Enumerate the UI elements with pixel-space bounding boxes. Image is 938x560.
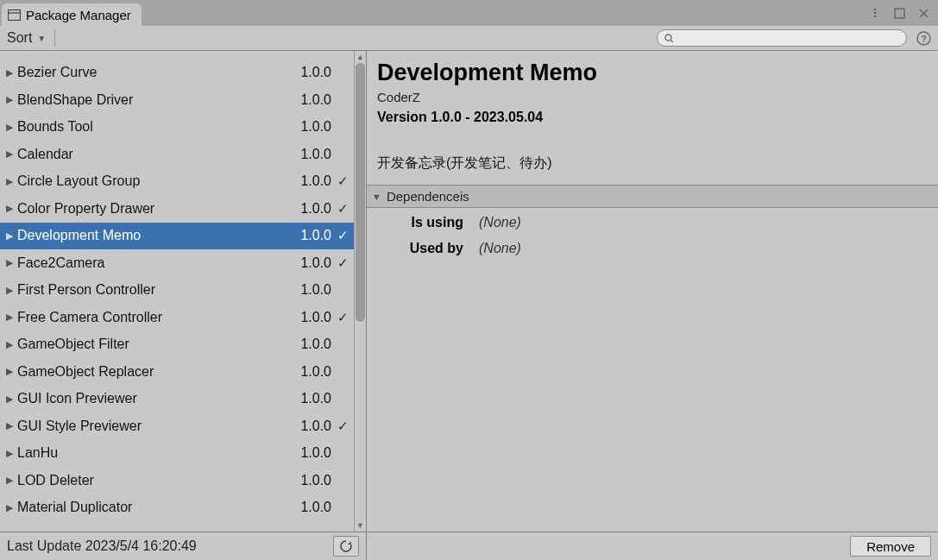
- package-version-col: 1.0.0: [292, 391, 331, 406]
- installed-check-icon: ✓: [331, 201, 354, 217]
- package-row[interactable]: ▶Calendar1.0.0: [0, 141, 354, 168]
- expand-icon[interactable]: ▶: [3, 366, 16, 377]
- package-version-col: 1.0.0: [292, 147, 331, 162]
- installed-check-icon: ✓: [331, 418, 354, 434]
- package-version-col: 1.0.0: [292, 65, 331, 80]
- package-name: Material Duplicator: [16, 500, 292, 515]
- expand-icon[interactable]: ▶: [3, 230, 16, 242]
- svg-point-2: [874, 9, 877, 11]
- package-version-col: 1.0.0: [292, 310, 331, 325]
- window-tab[interactable]: Package Manager: [2, 3, 142, 26]
- maximize-icon[interactable]: [891, 5, 907, 21]
- package-version-col: 1.0.0: [292, 228, 331, 243]
- expand-icon[interactable]: ▶: [3, 475, 16, 486]
- search-field[interactable]: [657, 29, 907, 47]
- package-name: GameObject Replacer: [16, 364, 292, 380]
- package-name: Batch Build: [16, 51, 292, 53]
- menu-icon[interactable]: [867, 5, 883, 21]
- svg-text:?: ?: [921, 33, 927, 43]
- scroll-up-icon[interactable]: ▲: [355, 51, 366, 63]
- scroll-thumb[interactable]: [356, 63, 365, 322]
- package-row[interactable]: ▶LanHu1.0.0: [0, 440, 354, 468]
- help-button[interactable]: ?: [914, 28, 933, 47]
- package-version-col: 1.0.0: [292, 255, 331, 271]
- package-name: Bounds Tool: [16, 119, 292, 135]
- package-version-col: 1.0.0: [292, 282, 331, 298]
- expand-icon[interactable]: ▶: [3, 420, 16, 431]
- detail-panel: Development Memo CoderZ Version 1.0.0 - …: [367, 51, 938, 560]
- svg-point-3: [874, 12, 877, 15]
- detail-footer: Remove: [367, 532, 938, 560]
- expand-icon[interactable]: ▶: [3, 448, 16, 459]
- search-input[interactable]: [677, 32, 899, 45]
- scrollbar-vertical[interactable]: ▲ ▼: [354, 51, 366, 532]
- sort-dropdown[interactable]: Sort ▼: [5, 28, 51, 47]
- package-name: GUI Icon Previewer: [16, 391, 292, 406]
- package-row[interactable]: ▶Face2Camera1.0.0✓: [0, 249, 354, 277]
- expand-icon[interactable]: ▶: [3, 339, 16, 350]
- package-row[interactable]: ▶Bounds Tool1.0.0: [0, 114, 354, 142]
- svg-point-8: [665, 35, 671, 41]
- expand-icon[interactable]: ▶: [3, 393, 16, 405]
- installed-check-icon: ✓: [331, 228, 354, 243]
- installed-check-icon: ✓: [331, 310, 354, 325]
- package-name: BlendShape Driver: [16, 92, 292, 108]
- package-version-col: 1.0.0: [292, 364, 331, 380]
- expand-icon[interactable]: ▶: [3, 203, 16, 214]
- scroll-down-icon[interactable]: ▼: [355, 519, 366, 532]
- package-version-col: 1.0.0: [292, 418, 331, 434]
- package-row[interactable]: ▶Material Duplicator1.0.0: [0, 494, 354, 522]
- package-row[interactable]: ▶Circle Layout Group1.0.0✓: [0, 168, 354, 196]
- close-icon[interactable]: [916, 5, 931, 21]
- chevron-down-icon: ▼: [37, 34, 46, 43]
- expand-icon[interactable]: ▶: [3, 122, 16, 133]
- package-version-col: 1.0.0: [292, 173, 331, 189]
- package-row[interactable]: ▶BlendShape Driver1.0.0: [0, 86, 354, 114]
- refresh-button[interactable]: [333, 536, 359, 557]
- package-row[interactable]: ▶Free Camera Controller1.0.0✓: [0, 304, 354, 331]
- package-version-col: 1.0.0: [292, 119, 331, 135]
- expand-icon[interactable]: ▶: [3, 257, 16, 268]
- svg-rect-0: [8, 9, 20, 20]
- package-row[interactable]: ▶GUI Icon Previewer1.0.0: [0, 386, 354, 413]
- svg-line-9: [670, 40, 673, 42]
- last-update-label: Last Update 2023/5/4 16:20:49: [7, 538, 333, 554]
- expand-icon[interactable]: ▶: [3, 67, 16, 79]
- package-row[interactable]: ▶LOD Deleter1.0.0: [0, 467, 354, 494]
- package-version: Version 1.0.0 - 2023.05.04: [377, 110, 928, 125]
- package-row[interactable]: ▶Batch Build1.0.0: [0, 51, 354, 60]
- package-version-col: 1.0.0: [292, 473, 331, 488]
- package-version-col: 1.0.0: [292, 92, 331, 108]
- svg-point-4: [874, 16, 877, 18]
- expand-icon[interactable]: ▶: [3, 502, 16, 513]
- svg-rect-5: [895, 9, 904, 18]
- expand-icon[interactable]: ▶: [3, 176, 16, 187]
- expand-icon[interactable]: ▶: [3, 148, 16, 160]
- package-name: Calendar: [16, 147, 292, 162]
- divider: [54, 29, 55, 47]
- package-version-col: 1.0.0: [292, 500, 331, 515]
- package-author: CoderZ: [377, 90, 928, 104]
- remove-button[interactable]: Remove: [850, 536, 931, 557]
- package-row[interactable]: ▶Development Memo1.0.0✓: [0, 223, 354, 250]
- package-row[interactable]: ▶GUI Style Previewer1.0.0✓: [0, 412, 354, 440]
- package-row[interactable]: ▶Color Property Drawer1.0.0✓: [0, 195, 354, 223]
- package-title: Development Memo: [377, 60, 928, 86]
- package-name: Free Camera Controller: [16, 310, 292, 325]
- package-row[interactable]: ▶Bezier Curve1.0.0: [0, 60, 354, 87]
- expand-icon[interactable]: ▶: [3, 94, 16, 105]
- package-row[interactable]: ▶First Person Controller1.0.0: [0, 277, 354, 305]
- package-name: LOD Deleter: [16, 473, 292, 488]
- package-name: Development Memo: [16, 228, 292, 243]
- search-icon: [664, 34, 674, 43]
- expand-icon[interactable]: ▶: [3, 311, 16, 323]
- package-row[interactable]: ▶GameObject Filter1.0.0: [0, 331, 354, 359]
- dependencies-toggle[interactable]: ▼ Dependenceis: [367, 185, 938, 208]
- package-list[interactable]: ▶Batch Build1.0.0▶Bezier Curve1.0.0▶Blen…: [0, 51, 354, 532]
- package-row[interactable]: ▶GameObject Replacer1.0.0: [0, 358, 354, 386]
- installed-check-icon: ✓: [331, 255, 354, 271]
- package-name: Color Property Drawer: [16, 201, 292, 217]
- package-version-col: 1.0.0: [292, 201, 331, 217]
- expand-icon[interactable]: ▶: [3, 285, 16, 296]
- package-name: Face2Camera: [16, 255, 292, 271]
